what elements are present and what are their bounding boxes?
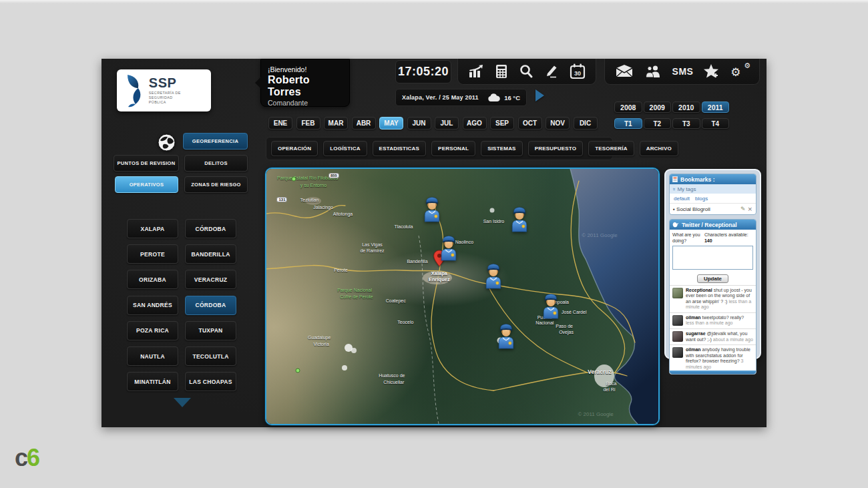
bookmarks-widget: Bookmarks : » My tags defaultblogs ▪ Soc… bbox=[669, 174, 756, 215]
user-role: Comandante bbox=[268, 99, 343, 107]
year-tab-2009[interactable]: 2009 bbox=[644, 101, 672, 113]
edit-icon[interactable]: ✎ bbox=[740, 206, 746, 212]
city-button-orizaba[interactable]: ORIZABA bbox=[127, 270, 178, 289]
quarter-tab-t3[interactable]: T3 bbox=[672, 118, 700, 129]
ssp-abbr: SSP bbox=[149, 76, 206, 89]
month-tab-ago[interactable]: AGO bbox=[463, 117, 487, 130]
weather-temperature: 16 °C bbox=[504, 94, 520, 101]
month-tab-ene[interactable]: ENE bbox=[268, 117, 292, 130]
close-icon[interactable]: × bbox=[747, 206, 752, 212]
user-name: Roberto Torres bbox=[268, 74, 343, 98]
svg-text:30: 30 bbox=[574, 70, 581, 77]
bookmarks-icon bbox=[672, 176, 678, 182]
category-tab-estadisticas[interactable]: ESTADISTICAS bbox=[373, 141, 426, 156]
officer-marker[interactable] bbox=[420, 194, 444, 222]
officer-marker[interactable] bbox=[494, 321, 518, 349]
welcome-bubble: ¡Bienvenido! Roberto Torres Comandante bbox=[260, 59, 350, 107]
city-button-perote[interactable]: PEROTE bbox=[127, 244, 178, 264]
city-button-nautla[interactable]: NAUTLA bbox=[127, 346, 178, 366]
tweet-item: sugarrae @jdevalk what, you want out? ;-… bbox=[670, 328, 756, 344]
social-sidebar: Bookmarks : » My tags defaultblogs ▪ Soc… bbox=[664, 169, 761, 359]
play-button[interactable] bbox=[535, 89, 544, 101]
month-tab-jul[interactable]: JUL bbox=[435, 117, 459, 130]
quarter-tab-t4[interactable]: T4 bbox=[702, 118, 730, 129]
city-button-poza-rica[interactable]: POZA RICA bbox=[127, 321, 178, 340]
category-tab-tesoreria[interactable]: TESORERÍA bbox=[588, 141, 634, 156]
quarter-tab-t1[interactable]: T1 bbox=[614, 118, 642, 129]
cloud-icon bbox=[487, 93, 501, 102]
month-tab-nov[interactable]: NOV bbox=[546, 117, 570, 130]
officer-marker[interactable] bbox=[539, 291, 563, 319]
city-button-banderilla[interactable]: BANDERILLA bbox=[185, 244, 236, 264]
twitter-widget: Twitter / Receptional What are you doing… bbox=[669, 219, 756, 375]
quarter-tab-t2[interactable]: T2 bbox=[644, 118, 672, 129]
filter-button-puntos-de-revision[interactable]: PUNTOS DE REVISION bbox=[114, 155, 179, 172]
year-tab-2008[interactable]: 2008 bbox=[614, 101, 642, 113]
tweet-username[interactable]: oilman bbox=[686, 315, 701, 320]
filter-button-delitos[interactable]: DELITOS bbox=[184, 155, 248, 172]
month-tab-mar[interactable]: MAR bbox=[324, 117, 348, 130]
officer-marker[interactable] bbox=[481, 261, 505, 289]
search-icon[interactable] bbox=[518, 63, 534, 79]
tweet-timestamp: 3 minutes ago bbox=[686, 358, 743, 369]
sms-button[interactable]: SMS bbox=[672, 66, 694, 77]
update-button[interactable]: Update bbox=[697, 274, 728, 283]
officer-marker[interactable] bbox=[507, 204, 531, 232]
month-tab-dic[interactable]: DIC bbox=[574, 117, 598, 130]
scroll-down-arrow[interactable] bbox=[174, 398, 191, 407]
settings-icon[interactable]: ⚙⚙ bbox=[730, 63, 749, 79]
filter-button-operativos[interactable]: OPERATIVOS bbox=[115, 176, 178, 193]
city-buttons: XALAPACÓRDOBAPEROTEBANDERILLAORIZABAVERA… bbox=[127, 219, 237, 393]
twitter-bird-icon bbox=[672, 222, 679, 228]
comms-icon-panel: SMS ⚙⚙ bbox=[604, 59, 760, 85]
compose-icon[interactable] bbox=[544, 63, 560, 79]
my-tags-expander[interactable]: » My tags bbox=[670, 184, 756, 194]
weather-bar: Xalapa, Ver. / 25 May 2011 16 °C bbox=[395, 89, 527, 106]
tweet-username[interactable]: oilman bbox=[686, 347, 701, 352]
officer-marker[interactable] bbox=[437, 233, 461, 261]
city-button-las-choapas[interactable]: LAS CHOAPAS bbox=[185, 372, 236, 391]
category-tab-personal[interactable]: PERSONAL bbox=[431, 141, 475, 156]
city-button-san-andres[interactable]: SAN ANDRÉS bbox=[127, 296, 178, 315]
category-tab-presupuesto[interactable]: PRESUPUESTO bbox=[528, 141, 584, 156]
month-tab-may[interactable]: MAY bbox=[379, 117, 403, 130]
mail-icon[interactable] bbox=[615, 64, 634, 79]
city-button-tuxpan[interactable]: TUXPAN bbox=[185, 321, 236, 340]
calculator-icon[interactable] bbox=[494, 63, 509, 79]
tweet-item: Receptional shut up joost - you ever bee… bbox=[670, 285, 756, 312]
city-button-xalapa[interactable]: XALAPA bbox=[127, 219, 178, 238]
tweet-input[interactable] bbox=[672, 246, 753, 270]
map-view[interactable]: Parque Estatal Río Filobobosy su Entorno… bbox=[265, 168, 660, 425]
favorites-icon[interactable] bbox=[703, 63, 720, 79]
bookmark-item[interactable]: ▪ Social Blogroll ✎ × bbox=[670, 203, 756, 214]
filter-button-georeferencia[interactable]: GEOREFERENCIA bbox=[183, 133, 248, 150]
bookmarks-header[interactable]: Bookmarks : bbox=[670, 174, 756, 184]
city-button-cordoba[interactable]: CÓRDOBA bbox=[185, 296, 236, 315]
year-tab-2011[interactable]: 2011 bbox=[702, 101, 730, 113]
city-button-veracruz[interactable]: VERACRUZ bbox=[185, 270, 236, 289]
contacts-icon[interactable] bbox=[644, 64, 662, 79]
month-tab-jun[interactable]: JUN bbox=[407, 117, 431, 130]
tweet-username[interactable]: Receptional bbox=[686, 288, 712, 292]
category-tab-archivo[interactable]: ARCHIVO bbox=[640, 141, 678, 156]
category-tab-sistemas[interactable]: SISTEMAS bbox=[481, 141, 523, 156]
tweet-username[interactable]: sugarrae bbox=[686, 331, 706, 336]
year-tab-2010[interactable]: 2010 bbox=[672, 101, 700, 113]
stats-icon[interactable] bbox=[467, 64, 485, 79]
city-button-cordoba[interactable]: CÓRDOBA bbox=[185, 219, 236, 238]
twitter-header: Twitter / Receptional bbox=[670, 220, 756, 230]
twitter-footer bbox=[670, 371, 756, 374]
filter-button-zonas-de-riesgo[interactable]: ZONAS DE RIESGO bbox=[184, 176, 248, 193]
month-tab-abr[interactable]: ABR bbox=[352, 117, 376, 130]
characters-available: Characters available: 140 bbox=[704, 232, 753, 244]
city-button-minatitlan[interactable]: MINATITLÁN bbox=[127, 372, 178, 391]
map-markers bbox=[266, 169, 658, 424]
month-tab-feb[interactable]: FEB bbox=[296, 117, 320, 130]
city-button-tecolutla[interactable]: TECOLUTLA bbox=[185, 346, 236, 366]
bookmark-link-blogs[interactable]: blogs bbox=[695, 196, 708, 202]
site-logo[interactable]: c6 bbox=[15, 446, 39, 470]
month-tab-sep[interactable]: SEP bbox=[490, 117, 514, 130]
month-tab-oct[interactable]: OCT bbox=[518, 117, 542, 130]
calendar-icon[interactable]: 30 bbox=[569, 63, 586, 80]
bookmark-link-default[interactable]: default bbox=[674, 196, 690, 202]
